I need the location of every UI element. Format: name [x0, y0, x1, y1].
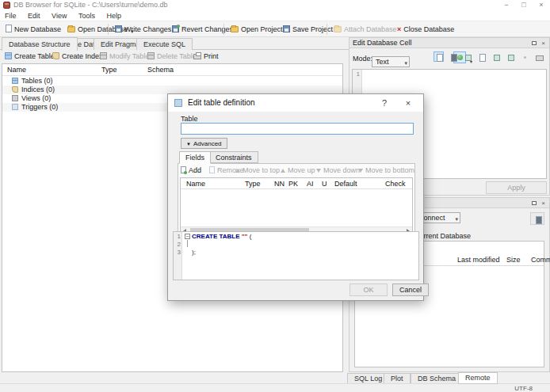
tab-plot[interactable]: Plot	[384, 373, 411, 384]
tab-execute-sql[interactable]: Execute SQL	[136, 38, 193, 50]
app-icon	[3, 2, 10, 9]
write-changes-button[interactable]: Write Changes	[111, 23, 175, 36]
cancel-button[interactable]: Cancel	[392, 284, 429, 296]
close-database-button[interactable]: ×Close Database	[393, 23, 458, 36]
ok-button: OK	[349, 284, 388, 296]
tree-item-tables[interactable]: Tables (0)	[2, 77, 342, 86]
tree-column-type[interactable]: Type	[101, 66, 117, 74]
apply-button: Apply	[486, 181, 547, 194]
tab-db-schema[interactable]: DB Schema	[411, 373, 463, 384]
column-size[interactable]: Size	[506, 256, 521, 264]
fields-table[interactable]: Name Type NN PK AI U Default Check	[180, 177, 413, 235]
tab-database-structure[interactable]: Database Structure	[2, 37, 78, 51]
create-index-icon	[52, 52, 59, 59]
tree-column-name[interactable]: Name	[7, 66, 26, 74]
new-database-icon	[6, 25, 12, 32]
tables-icon	[12, 78, 18, 84]
minimize-button[interactable]: −	[498, 0, 515, 10]
menu-item-help[interactable]: Help	[101, 10, 126, 21]
close-button[interactable]: ×	[533, 0, 550, 10]
column-default[interactable]: Default	[334, 180, 357, 188]
column-ai[interactable]: AI	[307, 180, 314, 188]
encoding-indicator[interactable]: UTF-8	[514, 385, 533, 392]
advanced-button[interactable]: ▼Advanced	[181, 138, 227, 149]
column-type[interactable]: Type	[245, 180, 261, 188]
edit-cell-panel-title: Edit Database Cell	[353, 39, 412, 47]
delete-table-icon	[147, 52, 155, 59]
save-as-icon[interactable]	[462, 51, 472, 62]
add-field-button[interactable]: Add	[181, 166, 201, 176]
menu-item-tools[interactable]: Tools	[74, 10, 100, 21]
connect-caret-icon: ▾	[455, 215, 458, 224]
triggers-icon	[12, 104, 18, 110]
attach-database-icon	[334, 26, 342, 32]
remove-icon	[209, 166, 215, 173]
toolbar-separator	[108, 24, 109, 35]
open-project-button[interactable]: Open Project	[227, 23, 287, 36]
sql-code: CREATE TABLE "" ();	[192, 233, 251, 257]
structure-toolbar: Create Table Create Index Modify Table D…	[0, 50, 343, 63]
indices-icon	[12, 86, 18, 93]
toolbar-separator	[327, 24, 327, 35]
menu-item-file[interactable]: File	[0, 10, 21, 21]
table-name-input[interactable]	[181, 123, 414, 135]
paste-icon[interactable]	[505, 51, 515, 62]
move-down-button: Move down	[316, 166, 360, 176]
column-name[interactable]: Name	[186, 180, 205, 188]
table-icon	[174, 99, 182, 107]
edit-cell-panel-header: Edit Database Cell ×	[349, 38, 549, 48]
null-icon[interactable]	[476, 51, 487, 62]
mode-label: Mode:	[353, 55, 372, 63]
cell-print-icon[interactable]	[533, 51, 544, 62]
print-icon	[193, 54, 201, 59]
new-database-button[interactable]: New Database	[2, 23, 65, 36]
menu-item-edit[interactable]: Edit	[23, 10, 45, 21]
float-panel-icon[interactable]	[529, 200, 538, 207]
move-up-icon	[281, 169, 285, 173]
fold-line	[187, 240, 188, 247]
copy-icon[interactable]	[491, 51, 501, 62]
tab-fields[interactable]: Fields	[179, 151, 211, 164]
menu-item-view[interactable]: View	[47, 10, 71, 21]
import-icon[interactable]	[434, 51, 444, 62]
titlebar: DB Browser for SQLite - C:\Users\turne\d…	[0, 0, 550, 10]
add-icon	[181, 166, 186, 173]
dialog-close-button[interactable]: ×	[398, 94, 418, 112]
fold-marker-icon[interactable]: −	[185, 234, 190, 239]
dialog-title: Edit table definition	[188, 94, 255, 112]
modify-table-icon	[100, 52, 107, 59]
tab-constraints[interactable]: Constraints	[209, 151, 258, 163]
move-to-top-icon	[235, 169, 240, 173]
tree-header: Name Type Schema	[2, 64, 342, 76]
fields-frame: Add Remove Move to top Move up Move down…	[178, 163, 415, 238]
bottom-tab-bar: SQL Log Plot DB Schema Remote	[346, 372, 550, 384]
fields-table-header: Name Type NN PK AI U Default Check	[181, 178, 412, 189]
print-button[interactable]: Print	[190, 51, 222, 63]
main-toolbar: New Database Open Database▾ Write Change…	[0, 21, 550, 37]
dot-icon[interactable]	[519, 51, 529, 62]
write-changes-icon	[115, 25, 122, 32]
edit-table-definition-dialog: Edit table definition ? × Table ▼Advance…	[167, 93, 424, 301]
column-nn[interactable]: NN	[274, 180, 285, 188]
mode-select[interactable]: Text▾	[372, 56, 410, 67]
close-panel-icon[interactable]: ×	[539, 40, 548, 48]
float-panel-icon[interactable]	[529, 40, 538, 48]
close-panel-icon[interactable]: ×	[539, 200, 548, 207]
column-pk[interactable]: PK	[288, 180, 298, 188]
attach-database-button: Attach Database	[330, 23, 401, 36]
column-last-modified[interactable]: Last modified	[457, 256, 500, 264]
save-project-button[interactable]: Save Project	[279, 23, 337, 36]
column-commit[interactable]: Commit	[531, 256, 550, 264]
column-u[interactable]: U	[322, 180, 327, 188]
open-project-icon	[231, 26, 239, 32]
tab-remote[interactable]: Remote	[458, 372, 498, 384]
column-check[interactable]: Check	[385, 180, 406, 188]
tree-column-schema[interactable]: Schema	[147, 66, 174, 74]
views-icon	[12, 95, 18, 101]
remote-push-button	[530, 212, 544, 225]
maximize-button[interactable]: □	[515, 0, 533, 10]
dialog-help-button[interactable]: ?	[374, 94, 395, 112]
status-bar: UTF-8	[0, 383, 550, 392]
export-icon[interactable]	[448, 51, 458, 62]
move-to-top-button: Move to top	[235, 166, 280, 176]
